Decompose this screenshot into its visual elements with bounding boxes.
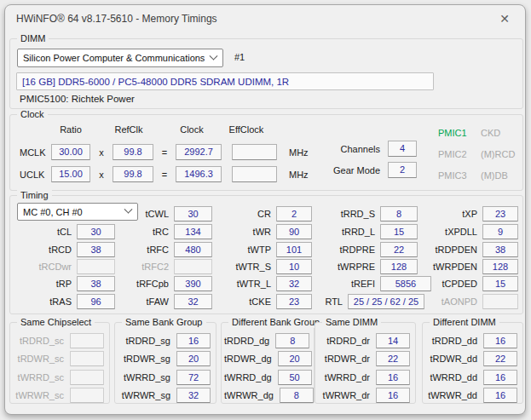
clock-header: Clock	[169, 124, 215, 135]
value-box: 32	[176, 388, 211, 403]
timing-cell: tRDRD_sg16	[118, 333, 211, 348]
timing-cell: tRP38	[15, 276, 115, 291]
timing-cell: tWRWR_sg32	[118, 388, 211, 403]
timing-cell: tRDWR_sg20	[118, 351, 211, 366]
value-box: 23	[482, 206, 518, 222]
timing-cell: CR2	[215, 206, 312, 222]
timing-label: tRDWR_sg	[118, 354, 170, 364]
dimm-group: DIMM Silicon Power Computer & Communicat…	[9, 38, 523, 109]
timing-cell: tREFI5856	[309, 276, 431, 291]
window-title: HWiNFO® 64 v8.17-5610 - Memory Timings	[5, 13, 217, 25]
timing-group-label: Timing	[17, 190, 52, 201]
timing-cell: tRDWR_dr22	[318, 351, 410, 366]
timing-label: tCWL	[113, 209, 169, 219]
timing-label: tRDWR_dr	[318, 354, 370, 364]
value-box: 20	[176, 351, 211, 366]
value-box: 8	[380, 206, 418, 222]
value-box: 16	[483, 333, 517, 348]
value-box: 20	[278, 351, 312, 366]
timing-cell: tWRPDEN128	[418, 259, 518, 274]
timing-label: tRDRD_dd	[425, 336, 477, 346]
timing-cell: tRRD_S8	[309, 206, 418, 222]
timing-label: tWRRD_dd	[425, 372, 477, 383]
timing-label: tWRRD_dg	[224, 372, 272, 383]
timing-cell: tCL30	[15, 224, 115, 239]
timing-cell: tWRRD_sg72	[118, 370, 211, 385]
module-info-box[interactable]: [16 GB] DDR5-6000 / PC5-48000 DDR5 SDRAM…	[16, 72, 434, 90]
timing-label: tWTP	[215, 245, 271, 255]
timing-cell: tRDWR_dd22	[425, 351, 517, 366]
close-icon: ✕	[499, 13, 510, 25]
dimm-selector[interactable]: Silicon Power Computer & Communications	[17, 49, 223, 67]
timing-cell: tRDWR_dg20	[224, 351, 309, 366]
pmic3-row: PMIC3 (M)DB	[438, 170, 508, 181]
value-box: 134	[174, 224, 212, 239]
timing-cell: tWRWR_sc	[13, 388, 104, 403]
timing-cell: tRDPRE22	[309, 242, 418, 257]
timing-cell: tRDRD_dd16	[425, 333, 517, 348]
timing-cell: tWRWR_dg8	[224, 388, 309, 403]
value-box	[70, 370, 104, 385]
value-box: 16	[376, 370, 410, 385]
ratio-header: Ratio	[51, 124, 90, 135]
value-box: 2992.7	[176, 144, 222, 160]
timing-label: tRDPDEN	[418, 245, 477, 255]
timing-label: tRCD	[15, 245, 72, 255]
timing-group: Timing MC #0, CH #0 tCL30 tRCD38 tRCDwr …	[9, 195, 523, 314]
value-box: 15.00	[51, 166, 90, 182]
title-bar: HWiNFO® 64 v8.17-5610 - Memory Timings ✕	[5, 5, 525, 32]
value-box: 99.8	[113, 166, 153, 182]
value-box: 25 / 25 / 62 / 25	[348, 294, 424, 309]
timing-label: tWRPRE	[309, 262, 375, 272]
timing-cell: tRDRD_dr14	[318, 333, 410, 348]
timing-label: tRCDwr	[15, 262, 72, 272]
equals-sign: =	[153, 147, 176, 158]
timing-label: tRFC	[113, 245, 169, 255]
timing-cell: tWRRD_dd16	[425, 370, 517, 385]
different-bank-group-label: Different Bank Group	[228, 317, 323, 328]
clock-group: Clock Ratio RefClk Clock EffClock MCLK 3…	[9, 114, 523, 191]
timing-label: tFAW	[113, 296, 169, 307]
pmic1-status: CKD	[481, 128, 500, 138]
value-box: 22	[380, 242, 418, 257]
value-box: 15	[482, 276, 518, 291]
timing-cell: tRDPDEN38	[418, 242, 518, 257]
timing-label: tCKE	[215, 296, 271, 307]
value-box: 9	[482, 224, 518, 239]
value-box	[232, 166, 277, 182]
timing-label: tRDWR_dg	[224, 354, 272, 364]
value-box: 30	[77, 224, 115, 239]
close-button[interactable]: ✕	[493, 9, 517, 28]
timing-label: tRRD_L	[309, 227, 375, 237]
pmic2-label: PMIC2	[438, 149, 472, 159]
timing-cell: tRAS96	[15, 294, 115, 309]
timing-label: tRDRD_sc	[13, 336, 64, 346]
timing-label: tRDWR_sc	[13, 354, 64, 364]
timing-cell: tRFC2	[113, 259, 212, 274]
different-dimm-label: Different DIMM	[430, 317, 499, 328]
timing-cell: tXP23	[418, 206, 518, 222]
chevron-down-icon	[210, 51, 218, 60]
timing-cell: tWRRD_dr16	[318, 370, 410, 385]
mclk-label: MCLK	[20, 147, 51, 158]
timing-cell: tWRRD_dg50	[224, 370, 309, 385]
timing-cell: tRCD38	[15, 242, 115, 257]
value-box: 390	[174, 276, 212, 291]
mclk-row: MCLK 30.00 x 99.8 = 2992.7 MHz	[20, 144, 309, 160]
timing-label: CR	[215, 209, 271, 219]
timing-cell: tRFCpb390	[113, 276, 212, 291]
value-box: 22	[376, 351, 410, 366]
timing-cell: RTL25 / 25 / 62 / 25	[276, 294, 424, 309]
timing-label: tRFCpb	[113, 279, 169, 289]
value-box	[70, 388, 104, 403]
value-box: 16	[483, 370, 517, 385]
value-box: 50	[278, 370, 312, 385]
multiply-sign: x	[90, 170, 113, 180]
channel-selector-value: MC #0, CH #0	[23, 207, 83, 217]
value-box	[77, 259, 115, 274]
timing-label: tWRWR_dr	[318, 390, 370, 400]
value-box: 8	[280, 388, 314, 403]
timing-cell: tWTR_L32	[215, 276, 312, 291]
timing-cell: tRDRD_dg8	[224, 333, 309, 348]
timing-label: tRDRD_dr	[318, 336, 370, 346]
